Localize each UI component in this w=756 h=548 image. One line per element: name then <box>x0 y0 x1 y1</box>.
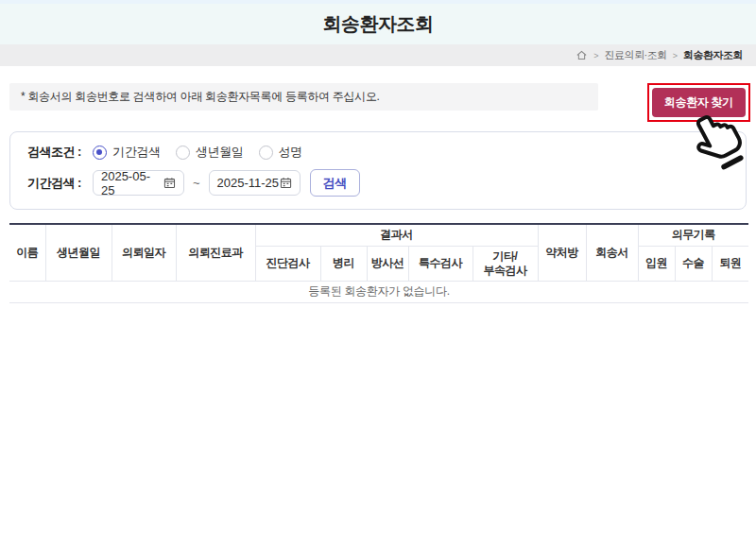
col-name: 이름 <box>9 224 45 281</box>
col-group-medical-records: 의무기록 <box>638 224 748 246</box>
date-to-value[interactable]: 2025-11-25 <box>217 176 280 190</box>
date-from-input[interactable]: 2025-05-25 <box>93 170 184 196</box>
breadcrumb: > 진료의뢰·조회 > 회송환자조회 <box>0 44 756 66</box>
radio-name[interactable]: 성명 <box>259 144 302 161</box>
col-referral-dept: 의뢰진료과 <box>176 224 255 281</box>
col-group-results: 결과서 <box>255 224 538 246</box>
table-header-group-row: 이름 생년월일 의뢰일자 의뢰진료과 결과서 약처방 회송서 의무기록 <box>9 224 748 246</box>
date-to-input[interactable]: 2025-11-25 <box>209 170 301 196</box>
empty-message: 등록된 회송환자가 없습니다. <box>9 281 748 302</box>
col-diagnostic-test: 진단검사 <box>255 246 320 281</box>
radio-birthdate[interactable]: 생년월일 <box>176 144 244 161</box>
radio-unselected-icon[interactable] <box>259 146 273 160</box>
notice-text: * 회송서의 회송번호로 검색하여 아래 회송환자목록에 등록하여 주십시오. <box>9 83 598 111</box>
title-bar: 회송환자조회 <box>0 4 756 44</box>
search-condition-label: 검색조건 : <box>27 144 81 161</box>
col-surgery: 수술 <box>675 246 712 281</box>
main-content: * 회송서의 회송번호로 검색하여 아래 회송환자목록에 등록하여 주십시오. … <box>0 83 756 303</box>
date-from-value[interactable]: 2025-05-25 <box>101 169 163 197</box>
search-period-row: 기간검색 : 2025-05-25 ~ 2025-11-25 검색 <box>27 169 729 197</box>
col-discharge: 퇴원 <box>712 246 748 281</box>
calendar-icon <box>163 177 176 189</box>
col-radiology: 방사선 <box>367 246 408 281</box>
empty-row: 등록된 회송환자가 없습니다. <box>9 281 748 302</box>
col-admission: 입원 <box>638 246 675 281</box>
breadcrumb-item-current: 회송환자조회 <box>683 48 743 62</box>
returned-patient-table: 이름 생년월일 의뢰일자 의뢰진료과 결과서 약처방 회송서 의무기록 진단검사… <box>9 223 748 303</box>
col-etc-line2: 부속검사 <box>484 264 527 277</box>
page-title: 회송환자조회 <box>323 11 434 37</box>
col-prescription: 약처방 <box>538 224 586 281</box>
date-range-tilde: ~ <box>193 176 200 190</box>
col-birthdate: 생년월일 <box>45 224 112 281</box>
col-return-doc: 회송서 <box>586 224 638 281</box>
col-etc-line1: 기타/ <box>493 249 518 263</box>
col-special-test: 특수검사 <box>408 246 472 281</box>
col-referral-date: 의뢰일자 <box>112 224 176 281</box>
breadcrumb-separator: > <box>673 51 678 60</box>
search-panel: 검색조건 : 기간검색 생년월일 성명 기간검색 : 2025-05-25 <box>9 131 747 210</box>
period-label: 기간검색 : <box>27 175 81 192</box>
radio-selected-icon[interactable] <box>93 146 107 160</box>
radio-birthdate-label[interactable]: 생년월일 <box>196 144 244 161</box>
col-pathology: 병리 <box>320 246 367 281</box>
radio-period-label[interactable]: 기간검색 <box>112 144 161 161</box>
breadcrumb-item-referral[interactable]: 진료의뢰·조회 <box>605 48 667 62</box>
calendar-icon <box>280 177 292 189</box>
breadcrumb-separator: > <box>593 51 598 60</box>
search-condition-row: 검색조건 : 기간검색 생년월일 성명 <box>27 144 729 161</box>
home-icon[interactable] <box>576 49 588 61</box>
radio-period-search[interactable]: 기간검색 <box>93 144 161 161</box>
col-etc-attached-test: 기타/부속검사 <box>472 246 538 281</box>
search-button[interactable]: 검색 <box>310 169 360 197</box>
radio-name-label[interactable]: 성명 <box>279 144 302 161</box>
notice-row: * 회송서의 회송번호로 검색하여 아래 회송환자목록에 등록하여 주십시오. … <box>9 83 747 119</box>
radio-unselected-icon[interactable] <box>176 146 190 160</box>
